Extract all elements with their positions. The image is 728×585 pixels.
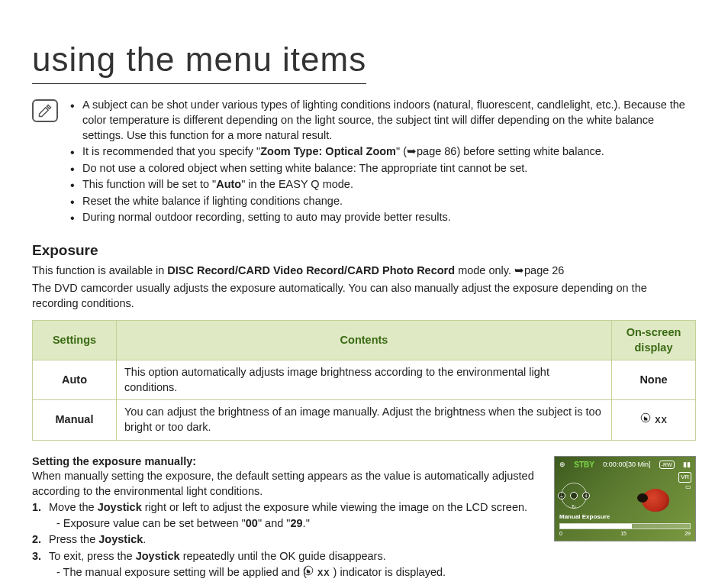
exposure-bar [559,523,691,529]
note-bullet: Do not use a colored object when setting… [69,161,696,176]
card-icon: ▭ [678,483,691,492]
table-row: ManualYou can adjust the brightness of a… [33,400,696,440]
cell-contents: You can adjust the brightness of an imag… [117,400,612,440]
manual-heading: Setting the exposure manually: [32,454,542,470]
step-sub: Exposure value can be set between "00" a… [49,516,542,532]
th-settings: Settings [33,321,117,360]
manual-exposure-icon [639,412,652,428]
battery-icon: ▮▮ [683,460,691,469]
manual-intro: When manually setting the exposure, the … [32,469,542,499]
th-display: On-screen display [612,321,696,360]
step-sub: The manual exposure setting will be appl… [49,565,542,580]
joystick-down-icon: ↻ [570,503,578,511]
joystick-center-icon [570,492,578,499]
time-label: 0:00:00[30 Min] [603,460,650,469]
pencil-note-icon [32,99,58,122]
bar-min: 0 [559,530,562,537]
manual-exposure-label: Manual Exposure [559,513,691,522]
exposure-intro-1: This function is available in DISC Recor… [32,263,696,279]
th-contents: Contents [117,321,612,360]
exposure-intro-2: The DVD camcorder usually adjusts the ex… [32,281,696,311]
settings-table: Settings Contents On-screen display Auto… [32,320,696,440]
vr-icon: VR [678,472,691,483]
bar-max: 29 [685,530,691,537]
note-bullet: During normal outdoor recording, setting… [69,210,696,225]
stby-label: STBY [574,460,594,470]
exposure-heading: Exposure [32,241,696,260]
joystick-ring-icon: – + ↻ [561,483,587,509]
lcd-preview: ⊕ STBY 0:00:00[30 Min] -RW ▮▮ VR ▭ – + ↻… [554,456,696,541]
cell-display: None [612,360,696,400]
note-bullet: A subject can be shot under various type… [69,98,696,143]
manual-exposure-icon [310,565,314,580]
bar-cur: 15 [620,530,627,537]
page-title: using the menu items [32,37,366,84]
note-bullet: Reset the white balance if lighting cond… [69,194,696,209]
note-bullet: It is recommended that you specify "Zoom… [69,144,696,160]
cell-setting: Auto [33,360,117,400]
step-item: To exit, press the Joystick repeatedly u… [32,549,542,580]
step-item: Press the Joystick. [32,532,542,548]
note-block: A subject can be shot under various type… [32,98,696,227]
table-row: AutoThis option automatically adjusts im… [33,360,696,400]
ladybug-subject [642,489,669,512]
disc-rw-icon: -RW [659,461,675,469]
cell-display: XX [612,400,696,440]
joystick-right-icon: + [582,492,590,499]
note-bullet-list: A subject can be shot under various type… [69,98,696,227]
steps-list: Move the Joystick right or left to adjus… [32,500,542,580]
step-item: Move the Joystick right or left to adjus… [32,500,542,531]
joystick-left-icon: – [558,492,565,499]
cell-contents: This option automatically adjusts image … [117,360,612,400]
rec-icon: ⊕ [559,460,565,469]
note-bullet: This function will be set to "Auto" in t… [69,177,696,192]
cell-setting: Manual [33,400,117,440]
